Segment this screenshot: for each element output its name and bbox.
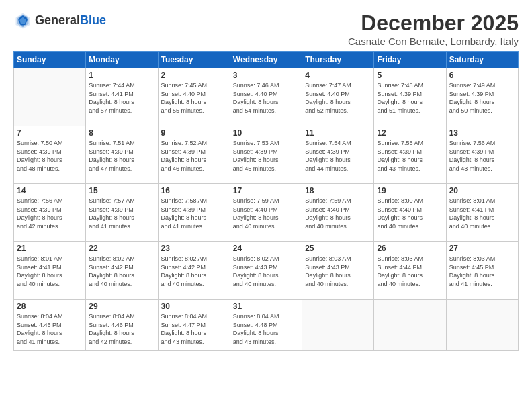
day-info: Sunrise: 8:04 AM Sunset: 4:46 PM Dayligh… [17, 312, 83, 346]
table-row: 16Sunrise: 7:58 AM Sunset: 4:39 PM Dayli… [158, 184, 230, 242]
day-number: 4 [305, 71, 371, 80]
day-number: 21 [17, 244, 83, 253]
logo-blue: Blue [80, 13, 106, 27]
table-row: 25Sunrise: 8:03 AM Sunset: 4:43 PM Dayli… [302, 242, 374, 300]
table-row: 19Sunrise: 8:00 AM Sunset: 4:40 PM Dayli… [374, 184, 446, 242]
day-number: 17 [233, 186, 299, 195]
table-row: 24Sunrise: 8:02 AM Sunset: 4:43 PM Dayli… [230, 242, 302, 300]
table-row: 13Sunrise: 7:56 AM Sunset: 4:39 PM Dayli… [446, 126, 518, 184]
logo: GeneralBlue [13, 11, 106, 30]
logo-general: General [35, 13, 80, 27]
day-number: 1 [89, 71, 154, 80]
day-info: Sunrise: 8:03 AM Sunset: 4:45 PM Dayligh… [449, 255, 515, 288]
day-info: Sunrise: 7:50 AM Sunset: 4:39 PM Dayligh… [17, 139, 83, 173]
day-number: 9 [161, 128, 227, 138]
day-number: 8 [89, 128, 154, 138]
day-number: 29 [89, 302, 154, 311]
day-info: Sunrise: 8:02 AM Sunset: 4:42 PM Dayligh… [89, 255, 154, 288]
page-header: GeneralBlue December 2025 Casnate Con Be… [13, 11, 519, 47]
col-thursday: Thursday [302, 52, 374, 68]
table-row: 4Sunrise: 7:47 AM Sunset: 4:40 PM Daylig… [302, 68, 374, 126]
day-info: Sunrise: 7:57 AM Sunset: 4:39 PM Dayligh… [89, 197, 154, 230]
day-info: Sunrise: 7:55 AM Sunset: 4:39 PM Dayligh… [377, 139, 443, 173]
col-friday: Friday [374, 52, 446, 68]
header-row: Sunday Monday Tuesday Wednesday Thursday… [14, 52, 519, 68]
day-number: 11 [305, 128, 371, 138]
day-info: Sunrise: 8:02 AM Sunset: 4:42 PM Dayligh… [161, 255, 227, 288]
day-number: 2 [161, 71, 227, 80]
col-monday: Monday [86, 52, 158, 68]
logo-icon [13, 11, 32, 30]
day-info: Sunrise: 7:56 AM Sunset: 4:39 PM Dayligh… [449, 139, 515, 173]
table-row: 28Sunrise: 8:04 AM Sunset: 4:46 PM Dayli… [14, 300, 86, 351]
day-number: 13 [449, 128, 515, 138]
table-row: 18Sunrise: 7:59 AM Sunset: 4:40 PM Dayli… [302, 184, 374, 242]
col-tuesday: Tuesday [158, 52, 230, 68]
calendar-body: 1Sunrise: 7:44 AM Sunset: 4:41 PM Daylig… [14, 68, 519, 351]
day-number: 7 [17, 128, 83, 138]
day-info: Sunrise: 8:01 AM Sunset: 4:41 PM Dayligh… [17, 255, 83, 288]
day-info: Sunrise: 7:59 AM Sunset: 4:40 PM Dayligh… [305, 197, 371, 230]
day-info: Sunrise: 7:52 AM Sunset: 4:39 PM Dayligh… [161, 139, 227, 173]
table-row: 5Sunrise: 7:48 AM Sunset: 4:39 PM Daylig… [374, 68, 446, 126]
day-info: Sunrise: 8:04 AM Sunset: 4:48 PM Dayligh… [233, 312, 299, 346]
day-number: 25 [305, 244, 371, 253]
table-row: 6Sunrise: 7:49 AM Sunset: 4:39 PM Daylig… [446, 68, 518, 126]
day-info: Sunrise: 7:59 AM Sunset: 4:40 PM Dayligh… [233, 197, 299, 230]
table-row: 12Sunrise: 7:55 AM Sunset: 4:39 PM Dayli… [374, 126, 446, 184]
day-info: Sunrise: 8:02 AM Sunset: 4:43 PM Dayligh… [233, 255, 299, 288]
table-row: 22Sunrise: 8:02 AM Sunset: 4:42 PM Dayli… [86, 242, 158, 300]
day-info: Sunrise: 7:51 AM Sunset: 4:39 PM Dayligh… [89, 139, 154, 173]
day-number: 28 [17, 302, 83, 311]
table-row [446, 300, 518, 351]
day-info: Sunrise: 7:58 AM Sunset: 4:39 PM Dayligh… [161, 197, 227, 230]
table-row: 7Sunrise: 7:50 AM Sunset: 4:39 PM Daylig… [14, 126, 86, 184]
table-row [14, 68, 86, 126]
day-number: 19 [377, 186, 443, 195]
day-number: 23 [161, 244, 227, 253]
day-info: Sunrise: 7:49 AM Sunset: 4:39 PM Dayligh… [449, 81, 515, 115]
day-info: Sunrise: 7:45 AM Sunset: 4:40 PM Dayligh… [161, 81, 227, 115]
table-row: 14Sunrise: 7:56 AM Sunset: 4:39 PM Dayli… [14, 184, 86, 242]
day-info: Sunrise: 7:53 AM Sunset: 4:39 PM Dayligh… [233, 139, 299, 173]
day-info: Sunrise: 8:03 AM Sunset: 4:44 PM Dayligh… [377, 255, 443, 288]
logo-text: GeneralBlue [35, 13, 106, 28]
day-info: Sunrise: 8:04 AM Sunset: 4:47 PM Dayligh… [161, 312, 227, 346]
day-number: 20 [449, 186, 515, 195]
day-info: Sunrise: 8:01 AM Sunset: 4:41 PM Dayligh… [449, 197, 515, 230]
day-number: 14 [17, 186, 83, 195]
location: Casnate Con Bernate, Lombardy, Italy [348, 36, 519, 47]
table-row: 8Sunrise: 7:51 AM Sunset: 4:39 PM Daylig… [86, 126, 158, 184]
day-number: 22 [89, 244, 154, 253]
day-number: 6 [449, 71, 515, 80]
title-area: December 2025 Casnate Con Bernate, Lomba… [348, 11, 519, 47]
calendar-page: GeneralBlue December 2025 Casnate Con Be… [0, 0, 532, 411]
table-row: 9Sunrise: 7:52 AM Sunset: 4:39 PM Daylig… [158, 126, 230, 184]
day-info: Sunrise: 8:00 AM Sunset: 4:40 PM Dayligh… [377, 197, 443, 230]
table-row: 31Sunrise: 8:04 AM Sunset: 4:48 PM Dayli… [230, 300, 302, 351]
day-number: 26 [377, 244, 443, 253]
table-row: 3Sunrise: 7:46 AM Sunset: 4:40 PM Daylig… [230, 68, 302, 126]
day-number: 27 [449, 244, 515, 253]
table-row: 30Sunrise: 8:04 AM Sunset: 4:47 PM Dayli… [158, 300, 230, 351]
day-info: Sunrise: 8:03 AM Sunset: 4:43 PM Dayligh… [305, 255, 371, 288]
table-row: 1Sunrise: 7:44 AM Sunset: 4:41 PM Daylig… [86, 68, 158, 126]
day-number: 5 [377, 71, 443, 80]
table-row: 15Sunrise: 7:57 AM Sunset: 4:39 PM Dayli… [86, 184, 158, 242]
table-row: 20Sunrise: 8:01 AM Sunset: 4:41 PM Dayli… [446, 184, 518, 242]
calendar-header: Sunday Monday Tuesday Wednesday Thursday… [14, 52, 519, 68]
col-saturday: Saturday [446, 52, 518, 68]
calendar-table: Sunday Monday Tuesday Wednesday Thursday… [13, 51, 519, 351]
table-row: 2Sunrise: 7:45 AM Sunset: 4:40 PM Daylig… [158, 68, 230, 126]
day-number: 10 [233, 128, 299, 138]
table-row: 21Sunrise: 8:01 AM Sunset: 4:41 PM Dayli… [14, 242, 86, 300]
day-number: 30 [161, 302, 227, 311]
day-info: Sunrise: 7:56 AM Sunset: 4:39 PM Dayligh… [17, 197, 83, 230]
table-row: 26Sunrise: 8:03 AM Sunset: 4:44 PM Dayli… [374, 242, 446, 300]
day-info: Sunrise: 8:04 AM Sunset: 4:46 PM Dayligh… [89, 312, 154, 346]
day-number: 12 [377, 128, 443, 138]
day-info: Sunrise: 7:46 AM Sunset: 4:40 PM Dayligh… [233, 81, 299, 115]
table-row: 11Sunrise: 7:54 AM Sunset: 4:39 PM Dayli… [302, 126, 374, 184]
day-number: 16 [161, 186, 227, 195]
table-row [302, 300, 374, 351]
